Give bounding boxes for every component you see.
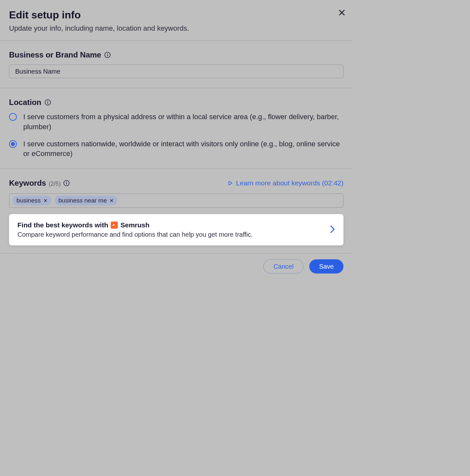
location-label: Location — [9, 98, 41, 107]
dialog-title: Edit setup info — [9, 9, 343, 21]
close-button[interactable] — [338, 9, 345, 17]
svg-marker-11 — [229, 181, 232, 185]
radio-label: I serve customers nationwide, worldwide … — [23, 139, 343, 159]
radio-selected-dot — [11, 142, 15, 146]
play-icon — [228, 181, 233, 185]
promo-title: Find the best keywords with Semrush — [17, 221, 330, 229]
radio-button[interactable] — [9, 140, 17, 148]
svg-rect-7 — [47, 102, 48, 104]
radio-button[interactable] — [9, 113, 17, 121]
cancel-button[interactable]: Cancel — [263, 259, 303, 274]
close-icon — [338, 9, 345, 16]
info-icon[interactable] — [45, 99, 51, 106]
keywords-section: Keywords (2/5) Learn more about keywords… — [0, 169, 352, 253]
radio-label: I serve customers from a physical addres… — [23, 112, 343, 132]
info-icon[interactable] — [63, 180, 70, 186]
keyword-chip: business ✕ — [13, 196, 51, 205]
keywords-count: (2/5) — [49, 181, 61, 187]
chip-remove-icon[interactable]: ✕ — [109, 198, 114, 204]
keywords-input[interactable]: business ✕ business near me ✕ — [9, 193, 343, 208]
location-section: Location I serve customers from a physic… — [0, 88, 352, 169]
chip-label: business — [16, 197, 41, 204]
info-icon[interactable] — [104, 52, 111, 58]
dialog-header: Edit setup info Update your info, includ… — [0, 0, 352, 40]
semrush-icon — [111, 222, 118, 229]
business-name-label: Business or Brand Name — [9, 50, 101, 59]
dialog-subtitle: Update your info, including name, locati… — [9, 24, 343, 33]
keyword-chip: business near me ✕ — [55, 196, 118, 205]
promo-title-prefix: Find the best keywords with — [17, 221, 108, 229]
learn-more-link[interactable]: Learn more about keywords (02:42) — [228, 179, 343, 187]
chevron-right-icon[interactable] — [330, 225, 335, 235]
chip-label: business near me — [58, 197, 107, 204]
chip-remove-icon[interactable]: ✕ — [43, 198, 47, 204]
learn-more-text: Learn more about keywords (02:42) — [236, 179, 343, 187]
svg-point-9 — [66, 181, 67, 182]
keywords-label: Keywords — [9, 179, 46, 188]
svg-rect-10 — [66, 183, 67, 185]
semrush-promo-card[interactable]: Find the best keywords with Semrush Comp… — [9, 214, 343, 245]
svg-point-3 — [107, 53, 108, 54]
svg-point-6 — [47, 101, 48, 101]
location-option-physical[interactable]: I serve customers from a physical addres… — [9, 112, 343, 132]
promo-brand: Semrush — [120, 221, 149, 229]
promo-subtitle: Compare keyword performance and find opt… — [17, 231, 330, 238]
business-name-section: Business or Brand Name — [0, 41, 352, 88]
location-option-online[interactable]: I serve customers nationwide, worldwide … — [9, 139, 343, 159]
svg-rect-4 — [107, 55, 108, 57]
save-button[interactable]: Save — [309, 259, 343, 274]
business-name-input[interactable] — [9, 65, 343, 78]
dialog-footer: Cancel Save — [0, 253, 352, 283]
